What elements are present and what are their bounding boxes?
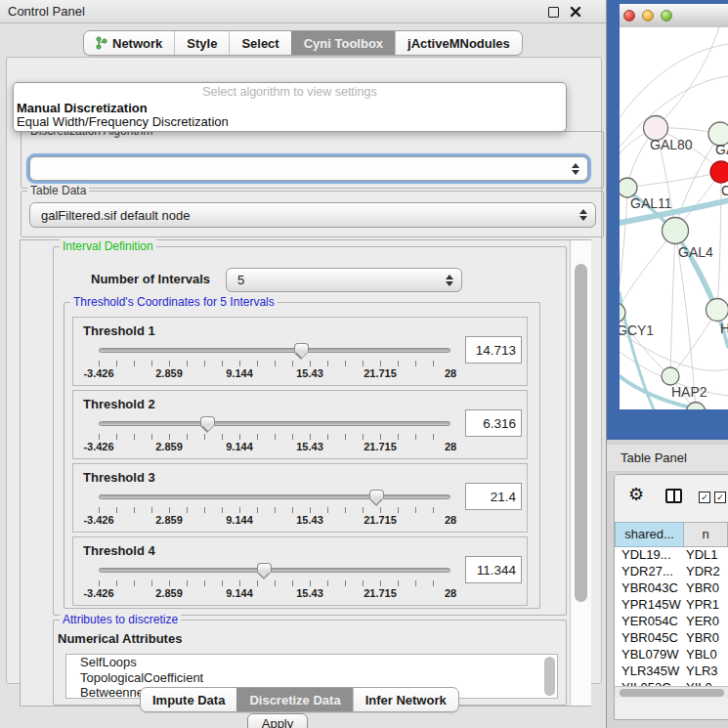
tab-network[interactable]: Network: [84, 31, 174, 55]
number-of-intervals-value: 5: [237, 273, 244, 287]
threshold-1-slider[interactable]: [99, 347, 450, 355]
table-panel-toolbar: ⚙ ✓ ✓: [615, 475, 728, 522]
select-column-checkbox-icon[interactable]: ✓: [714, 492, 726, 503]
cell-shared-name[interactable]: YDR27...: [615, 564, 684, 580]
tab-cyni-toolbox[interactable]: Cyni Toolbox: [291, 31, 395, 55]
select-all-checkbox-icon[interactable]: ✓: [699, 492, 710, 503]
network-canvas[interactable]: GAL80GACGAL11GAL4GCY1HHAP2: [620, 27, 728, 409]
minimize-traffic-light-icon[interactable]: [642, 10, 654, 21]
right-pane: GAL80GACGAL11GAL4GCY1HHAP2 Table Panel ⚙…: [606, 0, 728, 728]
cell-name[interactable]: YDL1: [684, 547, 728, 564]
column-layout-icon[interactable]: [665, 489, 682, 503]
cell-name[interactable]: YBR0: [684, 580, 728, 597]
cell-name[interactable]: YBL0: [684, 647, 728, 664]
network-node-label: GAL4: [678, 244, 713, 260]
network-edge[interactable]: [620, 44, 728, 117]
slider-handle[interactable]: [294, 343, 309, 353]
tab-impute-data[interactable]: Impute Data: [141, 688, 236, 711]
tab-select[interactable]: Select: [229, 31, 290, 55]
cell-shared-name[interactable]: YLR345W: [615, 664, 684, 680]
network-edge[interactable]: [627, 172, 721, 188]
cell-shared-name[interactable]: YDL19...: [615, 547, 684, 564]
dropdown-hint: Select algorithm to view settings: [14, 85, 566, 99]
network-edge[interactable]: [670, 310, 717, 376]
float-window-icon[interactable]: [548, 7, 559, 18]
tab-jactivemnodules[interactable]: jActiveMNodules: [395, 31, 522, 55]
dropdown-option-manual-discretization[interactable]: Manual Discretization: [17, 101, 563, 115]
control-panel-tabbar: Network Style Select Cyni Toolbox jActiv…: [83, 30, 523, 56]
slider-ticks: [99, 580, 450, 586]
cell-name[interactable]: YDR2: [684, 564, 728, 580]
network-edge[interactable]: [620, 231, 675, 313]
slider-tick-labels: -3.4262.8599.14415.4321.71528: [99, 441, 450, 453]
network-edge[interactable]: [670, 231, 675, 376]
table-row[interactable]: YBR043CYBR0: [615, 580, 728, 597]
network-node[interactable]: [662, 367, 679, 385]
cell-shared-name[interactable]: YER054C: [615, 614, 684, 630]
table-row[interactable]: YLR345WYLR3: [615, 664, 728, 680]
network-edge[interactable]: [620, 188, 627, 283]
slider-handle[interactable]: [369, 490, 384, 499]
close-icon[interactable]: [570, 6, 581, 18]
network-node[interactable]: [663, 218, 689, 244]
network-window-titlebar[interactable]: [620, 4, 728, 28]
table-row[interactable]: YBR045CYBR0: [615, 630, 728, 647]
scrollbar-thumb[interactable]: [575, 264, 587, 602]
cell-name[interactable]: YBR0: [684, 630, 728, 647]
list-item[interactable]: SelfLoops: [66, 655, 557, 670]
tick-label: 9.144: [226, 441, 253, 452]
network-view-window: GAL80GACGAL11GAL4GCY1HHAP2: [607, 0, 728, 440]
threshold-3-value-field[interactable]: 21.4: [465, 483, 522, 510]
threshold-2-value-field[interactable]: 6.316: [465, 409, 522, 437]
network-node-label: GAL11: [630, 195, 672, 211]
cell-shared-name[interactable]: YBL079W: [615, 647, 684, 664]
slider-handle[interactable]: [257, 563, 272, 573]
table-row[interactable]: YDR27...YDR2: [615, 564, 728, 580]
column-header-shared-name[interactable]: shared...: [615, 522, 684, 547]
number-of-intervals-combobox[interactable]: 5: [226, 268, 462, 292]
threshold-2-slider[interactable]: [99, 420, 450, 428]
slider-handle[interactable]: [200, 416, 215, 426]
gear-icon[interactable]: ⚙: [628, 486, 644, 503]
slider-track: [99, 421, 450, 426]
table-rows[interactable]: YDL19...YDL1YDR27...YDR2YBR043CYBR0YPR14…: [615, 547, 728, 686]
table-data-combobox[interactable]: galFiltered.sif default node: [29, 202, 596, 228]
discretization-algorithm-group: Discretization Algorithm: [21, 131, 604, 189]
network-node-label: C: [721, 183, 728, 198]
tab-style[interactable]: Style: [174, 31, 229, 55]
slider-tick-labels: -3.4262.8599.14415.4321.71528: [99, 367, 450, 380]
cell-name[interactable]: YPR1: [684, 597, 728, 614]
table-row[interactable]: YDL19...YDL1: [615, 547, 728, 564]
threshold-1-value-field[interactable]: 14.713: [465, 336, 522, 364]
table-row[interactable]: YER054CYER0: [615, 614, 728, 630]
network-node[interactable]: [620, 178, 637, 197]
network-edge[interactable]: [656, 27, 719, 128]
cell-shared-name[interactable]: YBR043C: [615, 580, 684, 597]
network-node[interactable]: [707, 299, 728, 321]
table-row[interactable]: YPR145WYPR1: [615, 597, 728, 614]
threshold-3-slider[interactable]: [99, 493, 450, 501]
horizontal-scrollbar[interactable]: [615, 686, 728, 698]
cell-name[interactable]: YLR3: [684, 664, 728, 680]
zoom-traffic-light-icon[interactable]: [661, 10, 672, 21]
threshold-4-slider[interactable]: [99, 567, 450, 575]
table-row[interactable]: YBL079WYBL0: [615, 647, 728, 664]
tick-label: 2.859: [155, 441, 183, 452]
apply-button[interactable]: Apply: [247, 713, 308, 728]
algorithm-combobox[interactable]: [29, 156, 588, 181]
cell-name[interactable]: YER0: [684, 614, 728, 630]
tick-label: 15.43: [296, 367, 323, 379]
tab-discretize-data[interactable]: Discretize Data: [236, 688, 352, 711]
cell-shared-name[interactable]: YPR145W: [615, 597, 684, 614]
vertical-scrollbar[interactable]: [570, 240, 591, 706]
threshold-4-value-field[interactable]: 11.344: [465, 556, 522, 583]
cell-shared-name[interactable]: YBR045C: [615, 630, 684, 647]
network-node[interactable]: [710, 161, 728, 183]
column-header-name[interactable]: n: [684, 522, 728, 547]
dropdown-option-equal-width-frequency[interactable]: Equal Width/Frequency Discretization: [17, 114, 563, 129]
list-item[interactable]: TopologicalCoefficient: [66, 670, 557, 686]
close-traffic-light-icon[interactable]: [623, 10, 635, 21]
scrollbar-thumb[interactable]: [620, 689, 724, 697]
list-scrollbar[interactable]: [544, 657, 555, 696]
tab-infer-network[interactable]: Infer Network: [353, 688, 458, 711]
